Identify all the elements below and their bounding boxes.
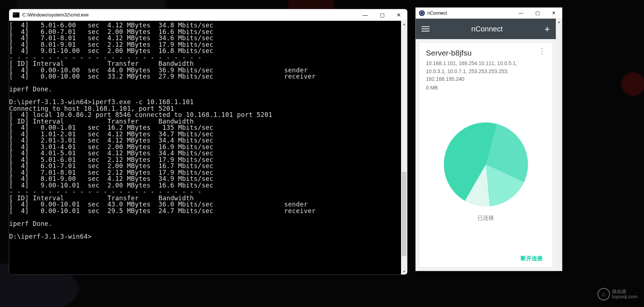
ips-line: 10.0.3.1, 10.0.7.1, 253.253.253.253, <box>426 68 546 76</box>
nconnect-header: nConnect + <box>416 19 556 39</box>
scroll-thumb[interactable] <box>402 172 407 256</box>
hamburger-icon[interactable] <box>422 26 430 31</box>
scroll-track[interactable] <box>401 27 407 268</box>
cmd-window: C:\Windows\system32\cmd.exe — ▢ ✕ [ 4] 5… <box>9 9 408 275</box>
scroll-up-icon[interactable]: ▴ <box>401 21 407 27</box>
cmd-body[interactable]: [ 4] 5.01-6.00 sec 4.12 MBytes 34.8 Mbit… <box>9 21 407 274</box>
scroll-up-icon[interactable]: ▴ <box>556 19 562 25</box>
data-usage: 0 MB <box>426 85 546 91</box>
server-card: Server-b8jfsu ⋮ 10.168.1.101, 169.254.10… <box>419 43 552 267</box>
cmd-scrollbar[interactable]: ▴ ▾ <box>401 21 407 274</box>
ips-line: 10.168.1.101, 169.254.10.111, 10.0.5.1, <box>426 60 546 68</box>
nconnect-scrollbar[interactable]: ▴ <box>556 19 562 271</box>
nconnect-app-icon <box>419 10 425 16</box>
ips-line: 192.168.195.240 <box>426 75 546 83</box>
connection-pie-icon <box>444 122 528 206</box>
nconnect-header-title: nConnect <box>430 25 544 33</box>
cmd-icon <box>13 12 19 18</box>
server-ips: 10.168.1.101, 169.254.10.111, 10.0.5.1, … <box>426 60 546 83</box>
minimize-button[interactable]: — <box>513 8 529 19</box>
minimize-button[interactable]: — <box>357 9 374 21</box>
cmd-titlebar[interactable]: C:\Windows\system32\cmd.exe — ▢ ✕ <box>9 9 407 21</box>
close-button[interactable]: ✕ <box>546 8 562 19</box>
server-name: Server-b8jfsu <box>426 49 538 57</box>
status-graphic-wrap: 已连接 <box>426 91 546 253</box>
cmd-output: [ 4] 5.01-6.00 sec 4.12 MBytes 34.8 Mbit… <box>9 22 407 240</box>
watermark: ⌂ 路由器 luyouqi.com <box>598 288 637 300</box>
maximize-button[interactable]: ▢ <box>529 8 546 19</box>
cmd-title: C:\Windows\system32\cmd.exe <box>22 12 89 18</box>
nconnect-window: nConnect — ▢ ✕ nConnect + Server-b8jfsu … <box>415 7 562 271</box>
nconnect-content: nConnect + Server-b8jfsu ⋮ 10.168.1.101,… <box>416 19 562 271</box>
watermark-icon: ⌂ <box>598 288 610 300</box>
connection-status: 已连接 <box>478 215 494 221</box>
scroll-down-icon[interactable]: ▾ <box>401 268 407 274</box>
kebab-menu-icon[interactable]: ⋮ <box>538 49 546 53</box>
maximize-button[interactable]: ▢ <box>374 9 390 21</box>
watermark-line2: luyouqi.com <box>612 294 637 299</box>
nconnect-titlebar[interactable]: nConnect — ▢ ✕ <box>416 8 562 19</box>
add-icon[interactable]: + <box>544 23 550 35</box>
disconnect-button[interactable]: 断开连接 <box>426 253 546 263</box>
close-button[interactable]: ✕ <box>390 9 407 21</box>
watermark-line1: 路由器 <box>612 289 637 294</box>
nconnect-win-title: nConnect <box>427 11 447 16</box>
nconnect-inner: nConnect + Server-b8jfsu ⋮ 10.168.1.101,… <box>416 19 556 271</box>
